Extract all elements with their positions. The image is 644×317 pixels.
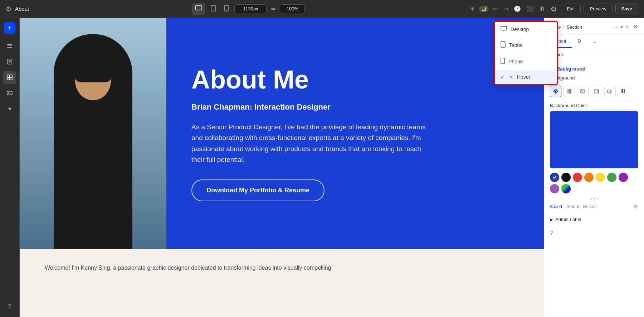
- breadcrumb-section[interactable]: Section: [567, 24, 582, 30]
- sidebar-icon-elements[interactable]: [3, 71, 16, 84]
- save-button[interactable]: Save: [615, 4, 638, 14]
- dot-1: [590, 198, 592, 200]
- tablet-icon: [501, 41, 506, 49]
- sidebar-icon-help[interactable]: ?: [3, 300, 16, 313]
- zoom-input[interactable]: [280, 4, 305, 13]
- admin-label-text: Admin Label: [555, 217, 581, 222]
- check-icon: ✓: [501, 74, 505, 80]
- tab-design[interactable]: D: [572, 35, 587, 48]
- dropdown-tablet-label: Tablet: [509, 42, 522, 48]
- add-element-button[interactable]: +: [4, 22, 15, 34]
- svg-point-18: [8, 92, 9, 93]
- panel-dots[interactable]: ···: [612, 23, 618, 31]
- dropdown-phone[interactable]: Phone: [495, 53, 557, 70]
- trash-icon[interactable]: 🗑: [538, 4, 547, 14]
- dot-3: [596, 198, 598, 200]
- svg-rect-28: [621, 91, 623, 93]
- color-swatches-row: [544, 173, 644, 196]
- device-desktop-btn[interactable]: [192, 3, 205, 15]
- swatch-yellow[interactable]: [596, 173, 605, 182]
- swatch-orange[interactable]: [584, 173, 594, 182]
- resize-icon[interactable]: ⇔: [269, 4, 277, 14]
- canvas-content: About Me Brian Chapman: Interaction Desi…: [20, 18, 544, 317]
- preview-button[interactable]: Preview: [584, 4, 612, 14]
- columns-icon[interactable]: ⬛: [525, 4, 535, 14]
- background-color-preview[interactable]: [550, 111, 638, 168]
- sun-icon[interactable]: ☀: [468, 4, 476, 14]
- phone-icon: [501, 58, 505, 66]
- topbar-right: ☀ 🌙 ↩ ↪ 🕐 ⬛ 🗑 ⏻ Exit Preview Save: [468, 4, 638, 14]
- swatch-purple[interactable]: [619, 173, 628, 182]
- panel-header: Page › Section ··· ▾ ↖ ✕: [544, 18, 644, 35]
- gear-icon[interactable]: ⚙: [6, 5, 11, 13]
- color-settings-icon[interactable]: ⚙: [634, 204, 638, 210]
- history-icon[interactable]: 🕐: [512, 4, 522, 14]
- link-row: ▶ Link: [544, 48, 644, 61]
- svg-rect-7: [7, 45, 12, 46]
- color-tabs: Saved Global Recent ⚙: [544, 202, 644, 213]
- sidebar-icon-media[interactable]: [3, 87, 16, 100]
- hero-subtitle: Brian Chapman: Interaction Designer: [191, 102, 519, 112]
- color-tab-saved[interactable]: Saved: [550, 204, 562, 209]
- dropdown-desktop[interactable]: Desktop: [495, 22, 557, 37]
- admin-expand-icon[interactable]: ▶: [550, 217, 553, 222]
- hero-body-text: As a Senior Product Designer, I've had t…: [191, 122, 435, 165]
- bg-type-image-btn[interactable]: [577, 86, 589, 97]
- device-phone-btn[interactable]: [221, 3, 231, 15]
- dropdown-hover[interactable]: ✓ ↖ Hover: [495, 70, 557, 84]
- admin-label-row: ▶ Admin Label: [544, 213, 644, 226]
- swatch-green[interactable]: [607, 173, 616, 182]
- svg-rect-20: [567, 89, 571, 93]
- cursor-icon: ↖: [626, 24, 630, 30]
- person-hair: [74, 54, 112, 82]
- power-icon[interactable]: ⏻: [550, 4, 558, 14]
- dropdown-phone-label: Phone: [508, 59, 523, 64]
- sidebar-icon-pages[interactable]: [3, 55, 16, 68]
- svg-rect-13: [7, 75, 10, 77]
- width-input[interactable]: [234, 4, 267, 13]
- moon-toggle[interactable]: 🌙: [479, 6, 489, 12]
- responsive-arrow[interactable]: ▾: [620, 24, 623, 30]
- exit-button[interactable]: Exit: [561, 4, 581, 14]
- close-button[interactable]: ✕: [633, 23, 638, 31]
- swatch-light-purple[interactable]: [550, 184, 559, 193]
- sidebar-icon-layers[interactable]: [3, 39, 16, 52]
- bg-type-pattern-btn[interactable]: [618, 86, 629, 97]
- below-hero-section: Welcome! I'm Kenny Sing, a passionate gr…: [20, 249, 544, 317]
- color-tab-recent[interactable]: Recent: [583, 204, 597, 209]
- help-icon[interactable]: ?: [544, 226, 644, 241]
- svg-point-22: [581, 90, 582, 91]
- svg-point-5: [226, 10, 227, 11]
- device-tablet-btn[interactable]: [208, 3, 219, 15]
- hero-photo: [20, 18, 166, 249]
- sidebar-icon-global[interactable]: ✦: [3, 102, 16, 115]
- bg-type-gradient-btn[interactable]: [564, 86, 575, 97]
- swatch-red[interactable]: [573, 173, 582, 182]
- dot-2: [593, 198, 595, 200]
- desktop-icon: [501, 26, 507, 33]
- tab-advanced[interactable]: ...: [587, 35, 602, 48]
- svg-rect-0: [195, 6, 202, 10]
- device-dropdown: Desktop Tablet Phone ✓ ↖ Hover: [494, 21, 558, 85]
- swatch-blue[interactable]: [550, 173, 559, 182]
- page-title: About: [15, 6, 29, 12]
- bg-type-color-btn[interactable]: [550, 86, 561, 97]
- left-sidebar: + ✦ ?: [0, 18, 20, 317]
- undo-icon[interactable]: ↩: [492, 4, 499, 14]
- swatch-gradient-special[interactable]: [561, 184, 571, 193]
- dropdown-desktop-label: Desktop: [511, 27, 529, 32]
- download-button[interactable]: Download My Portfolio & Resume: [191, 179, 325, 201]
- bg-type-slide-btn[interactable]: [604, 86, 616, 97]
- color-tab-global[interactable]: Global: [566, 204, 579, 209]
- svg-point-34: [503, 46, 503, 47]
- bg-type-video-btn[interactable]: [591, 86, 602, 97]
- dropdown-hover-label: Hover: [517, 74, 530, 80]
- topbar-left: ⚙ About: [6, 5, 29, 13]
- panel-tabs: Content D ...: [544, 35, 644, 48]
- svg-rect-8: [7, 47, 12, 48]
- topbar-center: ⇔: [192, 3, 305, 15]
- dropdown-tablet[interactable]: Tablet: [495, 37, 557, 53]
- svg-point-3: [213, 10, 214, 11]
- swatch-black[interactable]: [561, 173, 571, 182]
- redo-icon[interactable]: ↪: [502, 4, 509, 14]
